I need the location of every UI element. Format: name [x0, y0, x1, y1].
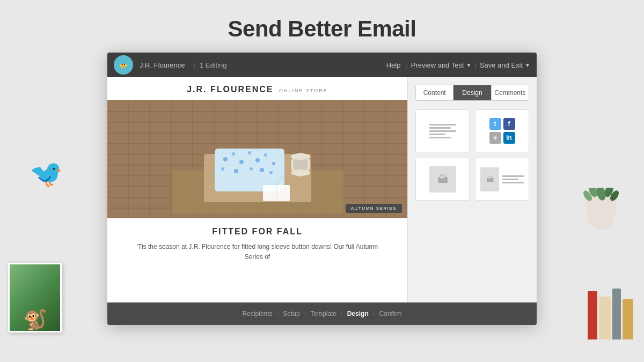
svg-point-20	[264, 153, 267, 157]
preview-test-button[interactable]: Preview and Test ▼	[411, 61, 472, 69]
nav-username: J.R. Flourence	[140, 61, 185, 69]
tab-comments[interactable]: Comments	[492, 85, 529, 100]
svg-point-17	[239, 160, 244, 164]
image-placeholder: 🏔	[429, 166, 456, 193]
email-preview-panel: J.R. Flourence Online Store	[107, 77, 408, 302]
svg-point-18	[248, 151, 251, 154]
nav-editing-info: 1 Editing	[200, 61, 227, 69]
svg-point-29	[291, 153, 310, 160]
svg-point-24	[250, 167, 253, 171]
image-text-block-template[interactable]: 🏔	[475, 158, 529, 201]
decorative-photo-frame: 🐒	[8, 263, 62, 333]
facebook-icon: f	[503, 118, 515, 130]
svg-point-30	[291, 169, 310, 176]
text-block-template[interactable]	[415, 109, 470, 152]
sidebar-tabs: Content Design Comments	[415, 85, 529, 101]
svg-point-10	[120, 64, 122, 67]
breadcrumb-sep-4: ›	[373, 311, 375, 317]
text-line-4	[429, 134, 445, 135]
mountain-icon: 🏔	[437, 173, 448, 186]
svg-point-11	[125, 64, 127, 67]
decorative-vase	[582, 188, 620, 233]
svg-point-25	[260, 168, 264, 172]
svg-point-22	[221, 167, 224, 171]
preview-dropdown-arrow: ▼	[466, 62, 472, 68]
breadcrumb-template[interactable]: Template	[310, 310, 336, 317]
svg-point-23	[234, 169, 238, 173]
image-block-template[interactable]: 🏔	[415, 158, 470, 201]
svg-point-19	[255, 158, 260, 162]
nav-divider-3: |	[474, 61, 476, 69]
text-line-3	[429, 130, 456, 132]
text-block-icon	[425, 120, 460, 143]
plus-icon: +	[489, 132, 501, 144]
svg-point-16	[232, 152, 235, 156]
image-text-block-icon: 🏔	[476, 167, 528, 191]
hero-image-overlay	[107, 100, 407, 218]
email-headline: Fitted for Fall	[129, 227, 386, 237]
text-line-1	[429, 124, 456, 125]
img-text-line-1	[502, 175, 524, 177]
image-text-img: 🏔	[480, 167, 499, 191]
email-store-header: J.R. Flourence Online Store	[107, 77, 407, 100]
email-hero-image: Autumn Series	[107, 100, 407, 218]
svg-point-15	[223, 157, 228, 161]
breadcrumb-recipients[interactable]: Recipients	[243, 310, 273, 317]
social-block-template[interactable]: t f + in	[475, 109, 529, 152]
content-area: J.R. Flourence Online Store	[107, 77, 537, 302]
app-window: J.R. Flourence | 1 Editing Help | Previe…	[107, 53, 537, 325]
bottom-breadcrumb-bar: Recipients › Setup › Template › Design ›…	[107, 302, 537, 325]
app-logo	[114, 55, 133, 75]
save-dropdown-arrow: ▼	[525, 62, 530, 68]
linkedin-icon: in	[503, 132, 515, 144]
social-block-icon: t f + in	[489, 118, 515, 144]
template-blocks-grid: t f + in 🏔	[415, 109, 529, 201]
nav-divider-1: |	[194, 61, 195, 69]
logo-icon	[118, 59, 129, 71]
store-subtitle: Online Store	[279, 88, 328, 93]
help-button[interactable]: Help	[386, 61, 401, 69]
image-block-icon: 🏔	[429, 166, 456, 193]
nav-divider-2: |	[406, 61, 407, 69]
email-text-section: Fitted for Fall 'Tis the season at J.R. …	[107, 218, 407, 269]
text-line-5	[429, 137, 451, 138]
image-text-lines	[502, 175, 524, 183]
img-text-line-2	[502, 179, 518, 180]
breadcrumb-setup[interactable]: Setup	[283, 310, 299, 317]
decorative-books	[588, 289, 633, 339]
breadcrumb-sep-3: ›	[341, 311, 343, 317]
text-line-2	[429, 127, 451, 129]
img-text-line-3	[502, 182, 524, 183]
top-nav: J.R. Flourence | 1 Editing Help | Previe…	[107, 53, 537, 77]
svg-point-26	[269, 171, 273, 174]
email-body-text: 'Tis the season at J.R. Flourence for fi…	[129, 242, 386, 262]
twitter-icon: t	[489, 118, 501, 130]
right-sidebar: Content Design Comments	[408, 77, 537, 302]
tab-content[interactable]: Content	[416, 85, 453, 100]
product-image-svg	[172, 106, 343, 213]
breadcrumb-sep-2: ›	[304, 311, 306, 317]
hero-title: Send Better Email	[0, 0, 644, 53]
breadcrumb-confirm[interactable]: Confirm	[379, 310, 401, 317]
autumn-series-badge: Autumn Series	[346, 204, 402, 213]
store-name: J.R. Flourence	[187, 85, 273, 94]
breadcrumb-design[interactable]: Design	[347, 310, 369, 317]
decorative-bird: 🐦	[30, 158, 63, 189]
svg-point-21	[272, 162, 275, 165]
save-exit-button[interactable]: Save and Exit ▼	[480, 61, 530, 69]
tab-design[interactable]: Design	[453, 85, 491, 100]
breadcrumb-sep-1: ›	[277, 311, 279, 317]
